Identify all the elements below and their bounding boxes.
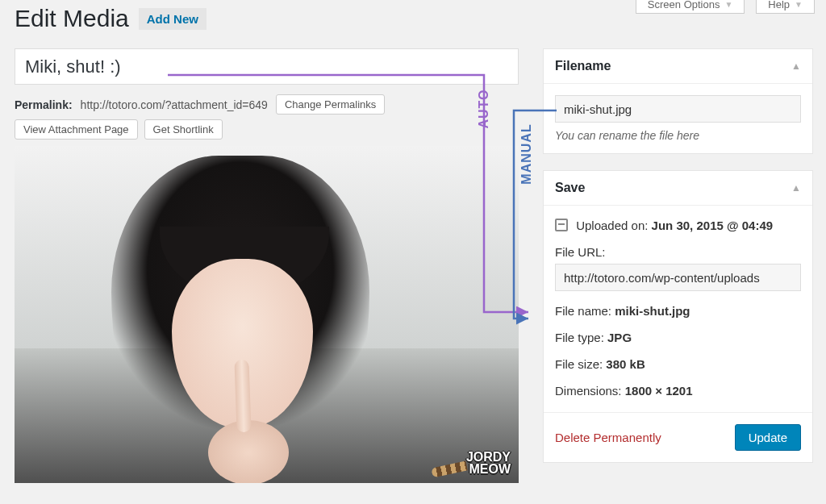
- calendar-icon: [555, 219, 568, 231]
- file-name-label: File name:: [555, 304, 611, 318]
- file-size-value: 380 kB: [606, 357, 645, 371]
- file-type-value: JPG: [607, 331, 632, 344]
- add-new-button[interactable]: Add New: [139, 8, 206, 30]
- watermark-logo: JORDY MEOW: [432, 452, 511, 475]
- file-name-value: miki-shut.jpg: [615, 304, 690, 318]
- filename-metabox-header[interactable]: Filename ▲: [544, 49, 812, 84]
- filename-helper: You can rename the file here: [555, 129, 801, 142]
- file-url-label: File URL:: [555, 245, 801, 259]
- change-permalinks-button[interactable]: Change Permalinks: [276, 94, 385, 115]
- uploaded-value: Jun 30, 2015 @ 04:49: [652, 219, 774, 232]
- filename-heading: Filename: [555, 59, 611, 73]
- help-label: Help: [768, 0, 790, 10]
- caret-down-icon: ▼: [795, 0, 803, 9]
- permalink-url: http://totoro.com/?attachment_id=649: [81, 98, 268, 111]
- permalink-label: Permalink:: [15, 98, 73, 111]
- dimensions-label: Dimensions:: [555, 384, 622, 398]
- view-attachment-button[interactable]: View Attachment Page: [15, 119, 138, 140]
- media-title-input[interactable]: [15, 48, 519, 85]
- attachment-image: JORDY MEOW: [15, 146, 519, 483]
- screen-options-label: Screen Options: [648, 0, 720, 10]
- update-button[interactable]: Update: [735, 424, 801, 451]
- collapse-icon: ▲: [791, 60, 801, 72]
- page-title: Edit Media: [15, 5, 129, 32]
- save-metabox: Save ▲ Uploaded on: Jun 30, 2015 @ 04:49…: [543, 170, 813, 463]
- save-metabox-header[interactable]: Save ▲: [544, 171, 812, 206]
- filename-metabox: Filename ▲ You can rename the file here: [543, 48, 813, 154]
- collapse-icon: ▲: [791, 182, 801, 194]
- file-size-label: File size:: [555, 357, 603, 371]
- filename-input[interactable]: [555, 95, 801, 123]
- get-shortlink-button[interactable]: Get Shortlink: [144, 119, 223, 140]
- dimensions-value: 1800 × 1201: [625, 384, 693, 398]
- file-url-input[interactable]: [555, 264, 801, 291]
- caret-down-icon: ▼: [724, 0, 732, 9]
- save-heading: Save: [555, 181, 585, 195]
- uploaded-label: Uploaded on:: [576, 219, 648, 232]
- screen-options-button[interactable]: Screen Options ▼: [636, 0, 745, 14]
- help-button[interactable]: Help ▼: [756, 0, 815, 14]
- file-type-label: File type:: [555, 331, 604, 344]
- delete-permanently-link[interactable]: Delete Permanently: [555, 431, 661, 444]
